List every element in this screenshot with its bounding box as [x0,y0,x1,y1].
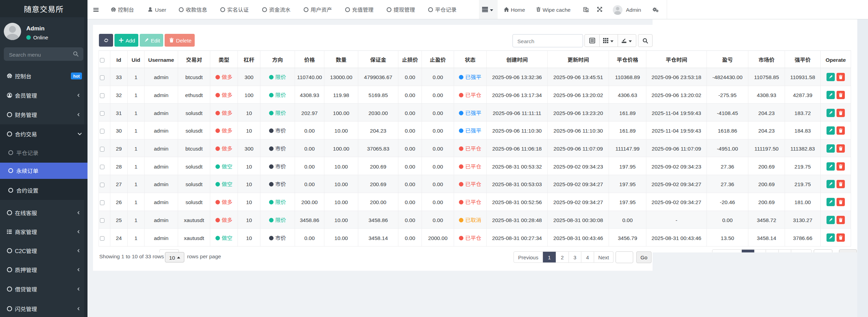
svg-text:A: A [587,9,588,12]
